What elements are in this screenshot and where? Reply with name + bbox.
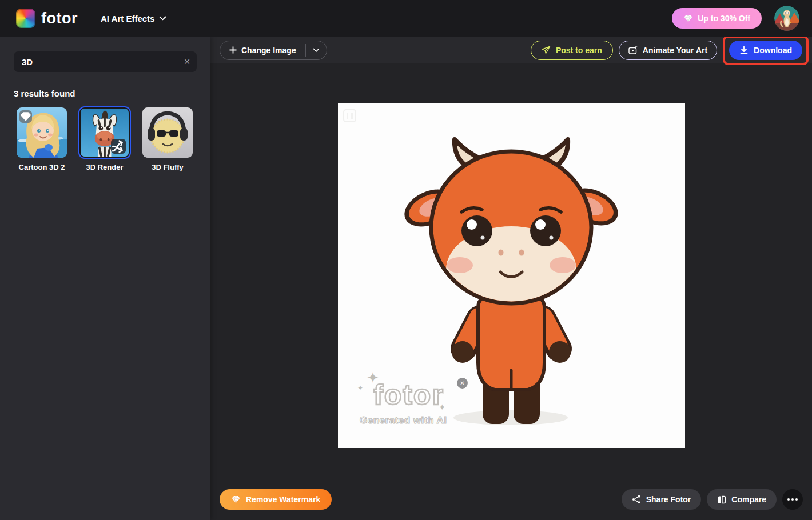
search-bar: ✕ (14, 51, 197, 72)
workspace-footer: Remove Watermark Share Fotor (210, 489, 812, 510)
more-options-button[interactable] (782, 489, 803, 510)
change-image-label: Change Image (241, 46, 296, 55)
fotor-logo[interactable]: fotor (16, 9, 78, 28)
compare-button[interactable]: Compare (707, 489, 777, 510)
download-button[interactable]: Download (729, 41, 802, 60)
premium-badge (19, 110, 32, 123)
effect-thumbnail-selected (79, 107, 130, 158)
remove-watermark-close-icon[interactable]: ✕ (457, 378, 468, 389)
post-to-earn-button[interactable]: Post to earn (531, 41, 613, 60)
search-input[interactable] (14, 51, 177, 72)
3d-fluffy-preview (142, 107, 193, 158)
clear-search-icon[interactable]: ✕ (177, 57, 197, 66)
ellipsis-dot (787, 498, 790, 501)
post-to-earn-label: Post to earn (556, 46, 602, 55)
results-count-heading: 3 results found (14, 89, 75, 98)
effect-item-3d-fluffy[interactable]: 3D Fluffy (142, 107, 193, 171)
user-avatar[interactable] (774, 6, 799, 31)
watermark-subtitle: Generated with AI (360, 415, 447, 426)
top-header: fotor AI Art Effects Up to 30% Off (0, 0, 812, 37)
avatar-illustration (774, 6, 799, 31)
watermark-logo-text: fotor (373, 378, 444, 411)
effect-thumbnail (142, 107, 193, 158)
change-image-button[interactable]: Change Image (220, 41, 305, 59)
shuffle-effect-button[interactable] (111, 139, 126, 154)
ellipsis-dot (795, 498, 798, 501)
fotor-logo-icon (16, 9, 35, 28)
generated-image: ✦ ✦ ✦ fotor Generated with AI ✕ (338, 103, 685, 448)
change-image-dropdown-button[interactable] (306, 41, 327, 59)
effect-label: 3D Render (79, 163, 130, 171)
ai-style-corner-mark (343, 109, 356, 122)
nav-ai-art-effects[interactable]: AI Art Effects (101, 14, 166, 23)
effect-item-3d-render[interactable]: 3D Render (79, 107, 130, 171)
header-right-group: Up to 30% Off (672, 6, 799, 31)
change-image-split-button: Change Image (220, 41, 327, 60)
effect-thumbnails: Cartoon 3D 2 (17, 107, 193, 171)
compare-label: Compare (731, 495, 766, 504)
effect-thumbnail (17, 107, 67, 158)
share-fotor-label: Share Fotor (646, 495, 691, 504)
animate-your-art-button[interactable]: Animate Your Art (619, 41, 717, 60)
download-icon (739, 46, 749, 55)
download-label: Download (754, 46, 792, 55)
effect-label: Cartoon 3D 2 (17, 163, 67, 171)
effect-item-cartoon-3d-2[interactable]: Cartoon 3D 2 (17, 107, 67, 171)
share-icon (632, 495, 641, 504)
compare-icon (717, 495, 726, 504)
toolbar-right-group: Post to earn Animate Your Art (531, 35, 803, 65)
main-workspace: Change Image Post to earn (210, 37, 812, 520)
sparkle-icon: ✦ (357, 384, 363, 392)
promo-label: Up to 30% Off (698, 14, 750, 23)
nav-label: AI Art Effects (101, 14, 154, 23)
footer-right-group: Share Fotor Compare (622, 489, 803, 510)
remove-watermark-label: Remove Watermark (246, 495, 320, 504)
chevron-down-icon (313, 48, 320, 53)
shuffle-icon (111, 139, 126, 154)
effect-label: 3D Fluffy (142, 163, 193, 171)
plus-icon (229, 46, 237, 54)
annotation-highlight-box: Download (723, 35, 809, 65)
paper-plane-icon (542, 46, 551, 54)
animate-your-art-label: Animate Your Art (643, 46, 707, 55)
effects-sidebar: ✕ 3 results found (0, 37, 210, 520)
ellipsis-dot (791, 498, 794, 501)
share-fotor-button[interactable]: Share Fotor (622, 489, 702, 510)
diamond-icon (19, 110, 32, 123)
remove-watermark-button[interactable]: Remove Watermark (220, 489, 332, 510)
app-window: fotor AI Art Effects Up to 30% Off (0, 0, 812, 520)
diamond-icon (231, 495, 241, 503)
diamond-icon (683, 14, 693, 22)
fotor-logo-word: fotor (41, 10, 78, 27)
chevron-down-icon (159, 16, 166, 21)
workspace-toolbar: Change Image Post to earn (210, 37, 812, 63)
upgrade-offer-button[interactable]: Up to 30% Off (672, 8, 762, 29)
animate-icon (628, 46, 638, 55)
